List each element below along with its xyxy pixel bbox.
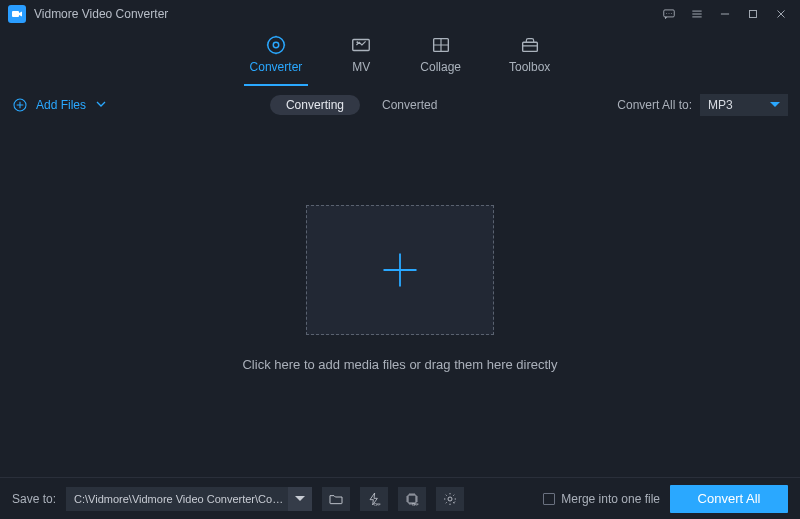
svg-point-7 — [273, 42, 279, 48]
checkbox-icon — [543, 493, 555, 505]
svg-rect-11 — [522, 42, 537, 51]
svg-point-16 — [448, 497, 452, 501]
caret-down-icon — [96, 99, 106, 109]
settings-button[interactable] — [436, 487, 464, 511]
nav-collage[interactable]: Collage — [420, 32, 461, 82]
collage-icon — [430, 34, 452, 56]
save-to-label: Save to: — [12, 492, 56, 506]
output-format-value: MP3 — [708, 98, 733, 112]
converter-icon — [265, 34, 287, 56]
tab-converted[interactable]: Converted — [366, 95, 453, 115]
svg-rect-8 — [353, 40, 370, 51]
lightning-off-icon: OFF — [366, 491, 382, 507]
nav-converter-label: Converter — [250, 60, 303, 74]
menu-button[interactable] — [686, 4, 708, 24]
merge-label: Merge into one file — [561, 492, 660, 506]
sub-toolbar: Add Files Converting Converted Convert A… — [0, 92, 800, 118]
svg-rect-0 — [12, 11, 19, 17]
convert-all-to-label: Convert All to: — [617, 98, 692, 112]
maximize-button[interactable] — [742, 4, 764, 24]
output-format-select[interactable]: MP3 — [700, 94, 788, 116]
chevron-down-icon — [770, 100, 780, 110]
add-files-button[interactable]: Add Files — [12, 97, 106, 113]
open-folder-button[interactable] — [322, 487, 350, 511]
add-icon — [12, 97, 28, 113]
tab-converting[interactable]: Converting — [270, 95, 360, 115]
nav-toolbox[interactable]: Toolbox — [509, 32, 550, 82]
title-bar: Vidmore Video Converter — [0, 0, 800, 28]
plus-icon — [378, 248, 422, 292]
menu-icon — [690, 7, 704, 21]
hardware-accel-button[interactable]: OFF — [360, 487, 388, 511]
drop-instruction: Click here to add media files or drag th… — [242, 357, 557, 372]
drop-zone[interactable] — [306, 205, 494, 335]
nav-converter[interactable]: Converter — [250, 32, 303, 82]
minimize-icon — [718, 7, 732, 21]
nav-mv[interactable]: MV — [350, 32, 372, 82]
feedback-button[interactable] — [658, 4, 680, 24]
svg-point-9 — [357, 41, 359, 43]
maximize-icon — [746, 7, 760, 21]
gear-icon — [442, 491, 458, 507]
workspace: Click here to add media files or drag th… — [0, 118, 800, 458]
gpu-accel-button[interactable]: OFF — [398, 487, 426, 511]
save-path-box[interactable]: C:\Vidmore\Vidmore Video Converter\Conve… — [66, 487, 312, 511]
minimize-button[interactable] — [714, 4, 736, 24]
chip-off-icon: OFF — [404, 491, 420, 507]
bottom-bar: Save to: C:\Vidmore\Vidmore Video Conver… — [0, 477, 800, 519]
svg-text:OFF: OFF — [374, 502, 381, 506]
close-button[interactable] — [770, 4, 792, 24]
close-icon — [774, 7, 788, 21]
main-nav: Converter MV Collage Toolbox — [0, 28, 800, 88]
merge-checkbox[interactable]: Merge into one file — [543, 492, 660, 506]
svg-rect-14 — [408, 495, 416, 503]
svg-point-4 — [671, 13, 672, 14]
add-files-caret[interactable] — [96, 98, 106, 112]
camera-icon — [11, 8, 23, 20]
mv-icon — [350, 34, 372, 56]
convert-all-button[interactable]: Convert All — [670, 485, 788, 513]
svg-point-6 — [268, 37, 285, 54]
svg-text:OFF: OFF — [412, 502, 419, 506]
app-title: Vidmore Video Converter — [34, 7, 168, 21]
save-path-value: C:\Vidmore\Vidmore Video Converter\Conve… — [74, 493, 288, 505]
chevron-down-icon — [295, 494, 305, 504]
toolbox-icon — [519, 34, 541, 56]
nav-toolbox-label: Toolbox — [509, 60, 550, 74]
nav-mv-label: MV — [352, 60, 370, 74]
chat-icon — [662, 7, 676, 21]
svg-rect-5 — [750, 11, 757, 18]
nav-collage-label: Collage — [420, 60, 461, 74]
svg-point-2 — [666, 13, 667, 14]
folder-icon — [328, 491, 344, 507]
add-files-label: Add Files — [36, 98, 86, 112]
save-path-dropdown[interactable] — [288, 487, 312, 511]
app-logo — [8, 5, 26, 23]
svg-point-3 — [669, 13, 670, 14]
